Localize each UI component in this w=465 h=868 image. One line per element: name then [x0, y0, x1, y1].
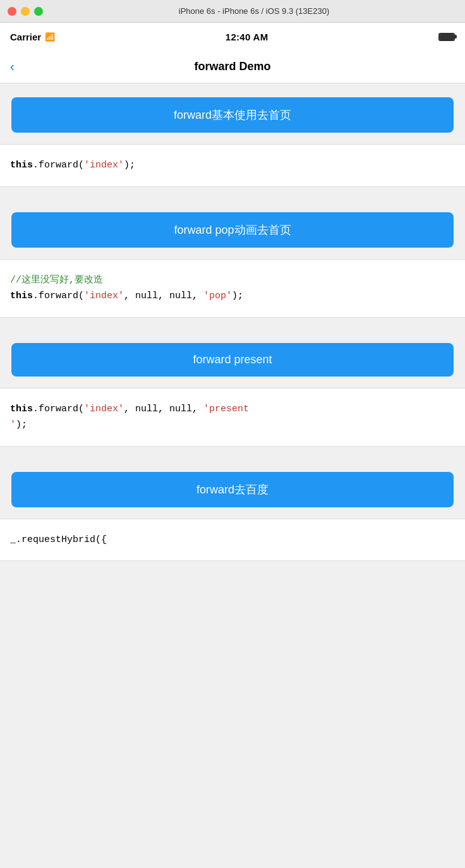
section-3: forward present this.forward('index', nu…: [0, 329, 465, 447]
back-button[interactable]: ‹: [10, 59, 15, 74]
code-block-2: //这里没写好,要改造 this.forward('index', null, …: [0, 259, 465, 318]
title-bar: iPhone 6s - iPhone 6s / iOS 9.3 (13E230): [0, 0, 465, 23]
forward-baidu-button[interactable]: forward去百度: [11, 472, 454, 507]
forward-pop-button[interactable]: forward pop动画去首页: [11, 212, 454, 248]
battery-fill: [440, 34, 454, 40]
code-plain-4: );: [232, 291, 243, 301]
code-plain-2: .forward(: [33, 291, 84, 301]
code-plain-7: );: [16, 419, 27, 430]
code-comment: //这里没写好,要改造: [10, 275, 103, 286]
code-string-6: ': [10, 419, 16, 430]
btn-area-4: forward去百度: [0, 458, 465, 519]
section-4: forward去百度 _.requestHybrid({: [0, 458, 465, 562]
code-line-2: this.forward('index', null, null, 'pop')…: [10, 288, 455, 304]
code-block-1: this.forward('index');: [0, 144, 465, 187]
code-block-3: this.forward('index', null, null, 'prese…: [0, 388, 465, 447]
code-line-3: this.forward('index', null, null, 'prese…: [10, 401, 455, 418]
code-string-3: 'pop': [203, 291, 232, 301]
status-time: 12:40 AM: [226, 32, 269, 42]
spacer-3: [0, 447, 465, 458]
code-line-1: this.forward('index');: [10, 157, 455, 174]
section-1: forward基本使用去首页 this.forward('index');: [0, 83, 465, 187]
code-string-2: 'index': [84, 291, 124, 301]
carrier-label: Carrier: [10, 32, 41, 42]
window-buttons: [8, 7, 43, 16]
code-string: 'index': [84, 160, 124, 171]
nav-title: forward Demo: [194, 60, 270, 73]
title-bar-text: iPhone 6s - iPhone 6s / iOS 9.3 (13E230): [51, 6, 457, 16]
forward-basic-button[interactable]: forward基本使用去首页: [11, 97, 454, 133]
status-right: [438, 33, 455, 41]
code-block-4: _.requestHybrid({: [0, 519, 465, 562]
code-string-5: 'present: [203, 404, 249, 414]
forward-present-button[interactable]: forward present: [11, 343, 454, 377]
spacer-2: [0, 318, 465, 329]
code-line-3b: ');: [10, 417, 455, 433]
code-plain: .forward(: [33, 160, 84, 171]
code-plain-3: , null, null,: [124, 291, 203, 301]
status-left: Carrier 📶: [10, 32, 55, 42]
code-string-4: 'index': [84, 404, 124, 414]
code-plain-5: .forward(: [33, 404, 84, 414]
code-plain-6: , null, null,: [124, 404, 203, 414]
btn-area-1: forward基本使用去首页: [0, 83, 465, 144]
code-plain-8: _.requestHybrid({: [10, 534, 107, 545]
code-keyword: this: [10, 160, 33, 171]
back-chevron-icon: ‹: [10, 59, 15, 74]
code-keyword-3: this: [10, 404, 33, 414]
btn-area-3: forward present: [0, 329, 465, 388]
close-button[interactable]: [8, 7, 16, 16]
code-comment-line: //这里没写好,要改造: [10, 272, 455, 289]
content-area: forward基本使用去首页 this.forward('index'); fo…: [0, 83, 465, 561]
code-plain: );: [124, 160, 135, 171]
status-bar: Carrier 📶 12:40 AM: [0, 23, 465, 51]
btn-area-2: forward pop动画去首页: [0, 198, 465, 259]
section-2: forward pop动画去首页 //这里没写好,要改造 this.forwar…: [0, 198, 465, 318]
navigation-bar: ‹ forward Demo: [0, 51, 465, 83]
code-line-4: _.requestHybrid({: [10, 532, 455, 548]
maximize-button[interactable]: [34, 7, 43, 16]
minimize-button[interactable]: [21, 7, 30, 16]
spacer-1: [0, 187, 465, 198]
code-keyword-2: this: [10, 291, 33, 301]
wifi-icon: 📶: [45, 32, 55, 42]
battery-icon: [438, 33, 455, 41]
